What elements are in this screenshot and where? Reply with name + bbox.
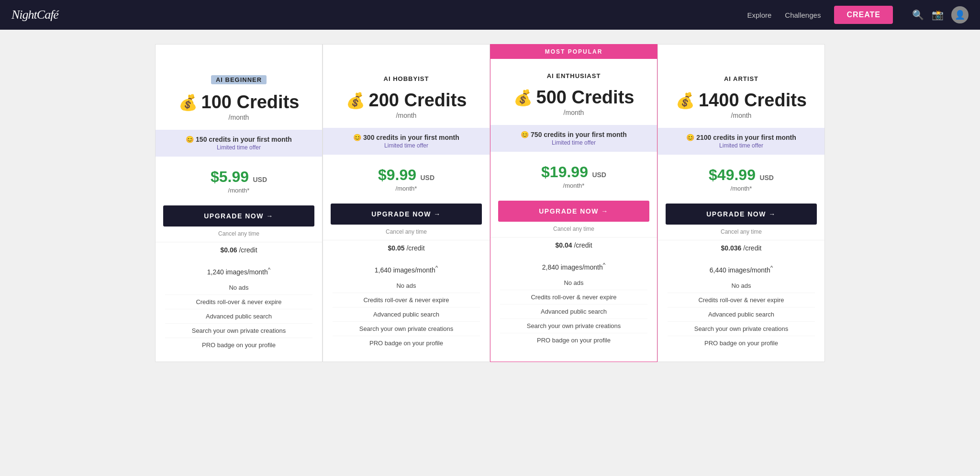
- bonus-banner: 😊 150 credits in your first month Limite…: [156, 130, 322, 157]
- price-row: $49.99 USD: [668, 166, 815, 184]
- bonus-emoji: 😊: [686, 134, 696, 141]
- credits-amount: 1400 Credits: [699, 90, 807, 111]
- bonus-sub: Limited time offer: [498, 139, 649, 146]
- avatar[interactable]: 👤: [951, 6, 969, 23]
- feature-item-0: No ads: [333, 279, 480, 293]
- cancel-text: Cancel any time: [553, 226, 594, 232]
- bonus-text: 😊 150 credits in your first month: [163, 136, 314, 143]
- credits-amount: 100 Credits: [201, 92, 300, 113]
- bonus-text: 😊 750 credits in your first month: [498, 131, 649, 138]
- plan-pricing: $19.99 USD /month*: [490, 152, 657, 193]
- feature-item-0: No ads: [668, 279, 815, 293]
- upgrade-now-button[interactable]: UPGRADE NOW →: [163, 205, 314, 227]
- price-period: /month*: [668, 185, 815, 192]
- plan-header: AI HOBBYIST 💰 200 Credits /month: [323, 62, 490, 128]
- plan-name: AI ARTIST: [668, 75, 815, 82]
- bonus-sub: Limited time offer: [666, 142, 817, 149]
- plan-card-ai-enthusiast: MOST POPULAR AI ENTHUSIAST 💰 500 Credits…: [490, 44, 657, 362]
- plan-pricing: $5.99 USD /month*: [156, 157, 322, 198]
- feature-item-2: Advanced public search: [165, 309, 312, 324]
- notifications-button[interactable]: 📸: [932, 9, 944, 21]
- plan-period: /month: [500, 109, 647, 116]
- search-button[interactable]: 🔍: [912, 9, 924, 21]
- price-currency: USD: [420, 174, 434, 181]
- upgrade-now-button[interactable]: UPGRADE NOW →: [666, 204, 817, 225]
- plan-pricing: $9.99 USD /month*: [323, 155, 490, 196]
- bonus-emoji: 😊: [521, 131, 531, 138]
- plan-features: 1,240 images/month^ No adsCredits roll-o…: [156, 258, 322, 362]
- plan-pricing: $49.99 USD /month*: [658, 155, 824, 196]
- credit-cost: $0.04 /credit: [490, 237, 657, 253]
- plan-credits: 💰 500 Credits: [500, 87, 647, 108]
- feature-item-2: Advanced public search: [333, 307, 480, 322]
- bonus-sub: Limited time offer: [331, 142, 482, 149]
- cost-unit: /credit: [574, 241, 592, 249]
- explore-link[interactable]: Explore: [747, 11, 771, 19]
- feature-item-1: Credits roll-over & never expire: [668, 293, 815, 307]
- bonus-emoji: 😊: [353, 134, 363, 141]
- plan-credits: 💰 100 Credits: [165, 92, 312, 113]
- plan-period: /month: [668, 112, 815, 119]
- money-bag-icon: 💰: [178, 93, 198, 112]
- credits-amount: 500 Credits: [536, 87, 635, 108]
- create-button[interactable]: CREATE: [834, 6, 893, 24]
- feature-item-1: Credits roll-over & never expire: [500, 290, 647, 305]
- price-period: /month*: [165, 187, 312, 194]
- feature-item-3: Search your own private creations: [500, 319, 647, 333]
- cost-unit: /credit: [406, 244, 424, 252]
- nav-links: Explore Challenges CREATE 🔍 📸 👤: [747, 6, 969, 24]
- plan-credits: 💰 1400 Credits: [668, 90, 815, 111]
- feature-item-4: PRO badge on your profile: [165, 338, 312, 352]
- logo: NightCafé: [11, 8, 747, 22]
- bonus-number: 150: [196, 136, 207, 143]
- feature-item-1: Credits roll-over & never expire: [165, 295, 312, 309]
- feature-item-1: Credits roll-over & never expire: [333, 293, 480, 307]
- feature-item-3: Search your own private creations: [333, 322, 480, 336]
- search-icon: 🔍: [912, 9, 924, 21]
- avatar-icon: 👤: [955, 10, 965, 20]
- plan-period: /month: [333, 112, 480, 119]
- feature-item-4: PRO badge on your profile: [668, 336, 815, 350]
- challenges-link[interactable]: Challenges: [785, 11, 821, 19]
- pricing-grid: AI BEGINNER 💰 100 Credits /month 😊 150 c…: [155, 44, 825, 362]
- plan-header: AI ARTIST 💰 1400 Credits /month: [658, 62, 824, 128]
- cost-unit: /credit: [743, 244, 761, 252]
- feature-item-4: PRO badge on your profile: [500, 333, 647, 347]
- upgrade-now-button[interactable]: UPGRADE NOW →: [498, 201, 649, 222]
- feature-item-3: Search your own private creations: [668, 322, 815, 336]
- plan-credits: 💰 200 Credits: [333, 90, 480, 111]
- upgrade-now-button[interactable]: UPGRADE NOW →: [331, 204, 482, 225]
- bonus-sub: Limited time offer: [163, 144, 314, 151]
- images-per-month: 6,440 images/month^: [668, 260, 815, 279]
- images-per-month: 2,840 images/month^: [500, 257, 647, 276]
- most-popular-badge: MOST POPULAR: [490, 45, 657, 59]
- notifications-icon: 📸: [932, 9, 944, 21]
- page-content: AI BEGINNER 💰 100 Credits /month 😊 150 c…: [0, 30, 980, 381]
- bonus-text: 😊 2100 credits in your first month: [666, 134, 817, 141]
- feature-item-3: Search your own private creations: [165, 324, 312, 338]
- cancel-text: Cancel any time: [386, 228, 427, 235]
- plan-header: AI ENTHUSIAST 💰 500 Credits /month: [490, 59, 657, 125]
- images-per-month: 1,640 images/month^: [333, 260, 480, 279]
- bonus-number: 750: [531, 131, 542, 138]
- feature-item-4: PRO badge on your profile: [333, 336, 480, 350]
- price-amount: $19.99: [541, 163, 588, 181]
- navbar: NightCafé Explore Challenges CREATE 🔍 📸 …: [0, 0, 980, 30]
- plan-features: 2,840 images/month^ No adsCredits roll-o…: [490, 253, 657, 357]
- price-row: $9.99 USD: [333, 166, 480, 184]
- cost-unit: /credit: [239, 246, 257, 254]
- feature-item-0: No ads: [165, 281, 312, 295]
- price-row: $19.99 USD: [500, 163, 647, 181]
- bonus-number: 2100: [696, 134, 711, 141]
- feature-item-2: Advanced public search: [500, 305, 647, 319]
- cost-value: $0.036: [721, 244, 742, 252]
- plan-card-ai-artist: AI ARTIST 💰 1400 Credits /month 😊 2100 c…: [657, 44, 825, 362]
- cancel-text: Cancel any time: [721, 228, 762, 235]
- plan-name: AI ENTHUSIAST: [500, 72, 647, 79]
- plan-header: AI BEGINNER 💰 100 Credits /month: [156, 62, 322, 130]
- cancel-text: Cancel any time: [218, 230, 259, 237]
- money-bag-icon: 💰: [676, 91, 695, 110]
- price-period: /month*: [333, 185, 480, 192]
- placeholder: [156, 45, 322, 62]
- plan-card-ai-beginner: AI BEGINNER 💰 100 Credits /month 😊 150 c…: [155, 44, 323, 362]
